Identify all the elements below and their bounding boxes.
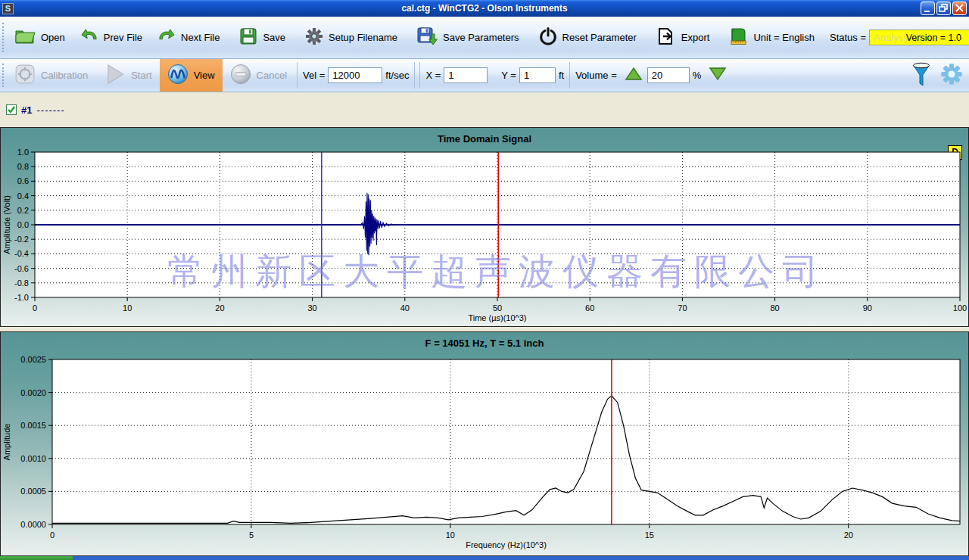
calibration-button[interactable]: Calibration [7, 61, 95, 90]
open-button[interactable]: Open [7, 24, 73, 51]
title-bar: S cal.ctg - WinCTG2 - Olson Instruments [0, 0, 969, 17]
prev-file-arrow-icon [80, 28, 98, 47]
svg-text:-0.2: -0.2 [14, 235, 29, 244]
volume-down-icon[interactable] [709, 67, 727, 84]
cancel-label: Cancel [257, 70, 287, 81]
svg-text:0.0: 0.0 [17, 220, 29, 229]
y-label: Y = [498, 70, 519, 81]
export-label: Export [681, 32, 710, 43]
prev-file-button[interactable]: Prev File [73, 25, 150, 50]
version-label: Version = 1.0 [906, 33, 961, 43]
volume-up-icon[interactable] [625, 67, 643, 84]
channel-1-checkbox[interactable] [6, 104, 17, 115]
svg-text:0.0025: 0.0025 [20, 355, 46, 364]
next-file-button[interactable]: Next File [150, 25, 227, 50]
svg-text:-1.0: -1.0 [14, 293, 29, 302]
svg-text:0: 0 [50, 530, 55, 540]
minimize-button[interactable] [921, 2, 935, 15]
svg-text:0.2: 0.2 [17, 206, 29, 215]
unit-button[interactable]: Unit = English [721, 24, 822, 51]
svg-text:Amplitude: Amplitude [2, 424, 11, 461]
restore-button[interactable] [936, 2, 951, 15]
volume-label: Volume = [572, 70, 620, 81]
separator [414, 62, 415, 89]
vel-label: Vel = [300, 70, 328, 81]
svg-text:0.6: 0.6 [17, 176, 29, 185]
channel-strip: #1 ------- [0, 92, 969, 127]
save-parameters-label: Save Parameters [443, 32, 519, 43]
taskbar-edge[interactable] [0, 556, 969, 560]
open-label: Open [41, 32, 65, 43]
next-file-label: Next File [181, 32, 220, 43]
application-window: S cal.ctg - WinCTG2 - Olson Instruments … [0, 0, 969, 560]
svg-text:0.0020: 0.0020 [20, 388, 46, 397]
prev-file-label: Prev File [104, 32, 142, 43]
svg-text:0.0015: 0.0015 [20, 421, 46, 430]
svg-text:1.0: 1.0 [17, 148, 29, 157]
setup-gear-icon [305, 27, 323, 48]
export-button[interactable]: Export [649, 24, 718, 51]
svg-text:0.0000: 0.0000 [20, 520, 46, 529]
setup-filename-button[interactable]: Setup Filename [298, 24, 405, 51]
status-label: Status = [827, 32, 869, 43]
unit-book-icon [729, 27, 748, 48]
svg-text:20: 20 [844, 530, 853, 540]
save-floppy-icon [239, 27, 257, 48]
reset-parameter-button[interactable]: Reset Parameter [531, 24, 644, 51]
svg-text:50: 50 [493, 303, 502, 313]
y-input[interactable] [519, 67, 556, 83]
svg-text:15: 15 [645, 530, 654, 540]
separator [297, 62, 298, 89]
view-button[interactable]: View [160, 59, 223, 92]
frequency-plot[interactable]: 051015200.00250.00200.00150.00100.00050.… [1, 332, 968, 555]
time-domain-chart-panel: Time Domain Signal D 0102030405060708090… [0, 127, 969, 327]
toolbar-grip[interactable] [2, 23, 4, 52]
svg-text:10: 10 [123, 303, 132, 313]
save-parameters-floppy-icon [417, 27, 438, 48]
svg-text:Time (µs)(10^3): Time (µs)(10^3) [468, 313, 526, 322]
filter-funnel-icon[interactable] [911, 62, 931, 89]
svg-text:-0.6: -0.6 [14, 264, 29, 273]
channel-1-trace-sample: ------- [36, 104, 64, 116]
svg-text:0.0005: 0.0005 [20, 487, 46, 496]
volume-unit-label: % [690, 70, 705, 81]
control-toolbar: Calibration Start View [0, 59, 969, 92]
x-input[interactable] [444, 67, 488, 83]
separator [569, 62, 570, 89]
cancel-button[interactable]: Cancel [223, 61, 294, 90]
vel-unit-label: ft/sec [382, 70, 412, 81]
svg-text:80: 80 [770, 303, 779, 313]
time-domain-plot[interactable]: 01020304050607080901001.00.80.60.40.20.0… [1, 128, 968, 326]
svg-text:70: 70 [678, 303, 687, 313]
next-file-arrow-icon [157, 28, 176, 47]
x-label: X = [422, 70, 444, 81]
save-label: Save [263, 32, 285, 43]
calibration-target-icon [14, 64, 36, 87]
svg-text:Frequency (Hz)(10^3): Frequency (Hz)(10^3) [466, 540, 547, 549]
reset-power-icon [539, 27, 557, 48]
export-document-icon [656, 27, 676, 48]
save-button[interactable]: Save [232, 24, 293, 51]
close-button[interactable] [952, 2, 967, 15]
save-parameters-button[interactable]: Save Parameters [410, 24, 526, 51]
app-icon[interactable]: S [2, 3, 14, 14]
svg-text:0: 0 [33, 303, 37, 313]
svg-text:10: 10 [446, 530, 455, 540]
svg-text:-0.8: -0.8 [14, 278, 29, 288]
svg-text:100: 100 [953, 303, 967, 313]
calibration-label: Calibration [41, 70, 88, 81]
toolbar-grip[interactable] [2, 64, 4, 86]
start-label: Start [131, 70, 151, 81]
reset-parameter-label: Reset Parameter [562, 32, 637, 43]
settings-gear-icon[interactable] [940, 63, 963, 89]
start-button[interactable]: Start [95, 60, 159, 91]
svg-text:5: 5 [249, 530, 254, 540]
svg-text:40: 40 [400, 303, 410, 313]
start-button-edge[interactable] [0, 556, 73, 560]
volume-input[interactable] [647, 67, 690, 83]
vel-input[interactable] [328, 67, 382, 83]
svg-text:60: 60 [585, 303, 594, 313]
channel-1-label: #1 [21, 104, 32, 116]
separator [419, 62, 420, 89]
cancel-sphere-icon [230, 64, 251, 87]
